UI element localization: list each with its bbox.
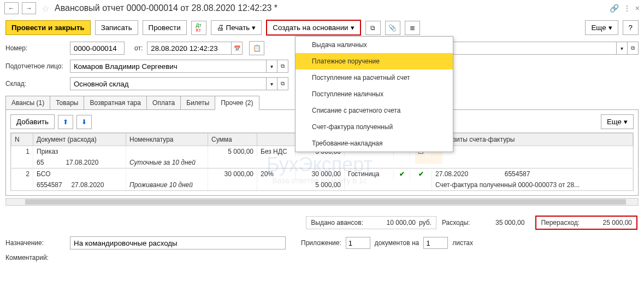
- col-invoice: Реквизиты счета-фактуры: [432, 133, 633, 146]
- tab-tickets[interactable]: Билеты: [180, 96, 215, 110]
- menu-icon[interactable]: ⋮: [623, 4, 631, 13]
- calendar-icon[interactable]: 📅: [232, 42, 243, 55]
- add-row-button[interactable]: Добавить: [10, 114, 55, 129]
- warehouse-input[interactable]: [70, 77, 267, 90]
- warehouse-label: Склад:: [5, 80, 66, 88]
- sheets-input[interactable]: [423, 237, 448, 249]
- favorite-icon[interactable]: ☆: [42, 3, 49, 14]
- dropdown-item-invoice-received[interactable]: Счет-фактура полученный: [296, 119, 453, 135]
- advances-value: 10 000,00: [367, 219, 416, 226]
- list-icon[interactable]: ≣: [405, 21, 420, 35]
- col-doc: Документ (расхода): [33, 133, 126, 146]
- submit-close-button[interactable]: Провести и закрыть: [5, 20, 91, 35]
- date-label: от:: [134, 44, 143, 52]
- purpose-input[interactable]: [70, 236, 286, 249]
- tab-goods[interactable]: Товары: [50, 96, 84, 110]
- number-label: Номер:: [5, 44, 66, 52]
- dropdown-item-cash-out[interactable]: Выдача наличных: [296, 37, 453, 53]
- move-down-icon[interactable]: ⬇: [76, 115, 92, 129]
- help-button[interactable]: ?: [623, 20, 639, 35]
- close-icon[interactable]: ×: [635, 4, 640, 13]
- expenses-value: 35 000,00: [475, 219, 524, 226]
- overspend-label: Перерасход:: [541, 219, 580, 226]
- table-row[interactable]: 2 БСО 30 000,00 20% 30 000,00 Гостиница …: [11, 169, 633, 180]
- org-dropdown-icon[interactable]: ▾: [617, 42, 628, 55]
- print-button[interactable]: 🖨 Печать ▾: [211, 20, 262, 35]
- dropdown-item-bank-out[interactable]: Списание с расчетного счета: [296, 102, 453, 119]
- person-label: Подотчетное лицо:: [5, 62, 66, 70]
- dropdown-item-bank-in[interactable]: Поступление на расчетный счет: [296, 69, 453, 86]
- tab-other[interactable]: Прочее (2): [215, 96, 259, 110]
- number-input[interactable]: [70, 42, 125, 55]
- link-icon[interactable]: 🔗: [610, 4, 619, 13]
- dropdown-item-cash-in[interactable]: Поступление наличных: [296, 86, 453, 102]
- tab-advances[interactable]: Авансы (1): [5, 96, 50, 110]
- attach-icon[interactable]: 📎: [385, 21, 400, 35]
- org-open-icon[interactable]: ⧉: [628, 42, 639, 55]
- submit-button[interactable]: Провести: [143, 20, 187, 35]
- advances-label: Выдано авансов:: [311, 219, 363, 226]
- person-input[interactable]: [70, 60, 267, 73]
- overspend-value: 25 000,00: [583, 219, 632, 226]
- attachment-count-input[interactable]: [346, 237, 370, 249]
- dropdown-item-payment-order[interactable]: Платежное поручение: [296, 53, 453, 69]
- table-row[interactable]: 65 17.08.2020 Суточные за 10 дней: [11, 157, 633, 169]
- purpose-label: Назначение:: [5, 239, 66, 247]
- col-nomen: Номенклатура: [126, 133, 208, 146]
- tab-returnable[interactable]: Возвратная тара: [84, 96, 147, 110]
- date-input[interactable]: [147, 42, 232, 55]
- sheets-label: листах: [452, 239, 473, 247]
- table-row[interactable]: 6554587 27.08.2020 Проживание 10 дней 5 …: [11, 179, 633, 190]
- col-vat: [257, 133, 296, 146]
- col-n: N: [11, 133, 33, 146]
- tab-payment[interactable]: Оплата: [146, 96, 181, 110]
- structure-icon[interactable]: ⧉: [365, 21, 381, 35]
- docs-label: документов на: [375, 239, 420, 247]
- forward-button[interactable]: →: [22, 2, 36, 14]
- person-open-icon[interactable]: ⧉: [277, 60, 288, 73]
- move-up-icon[interactable]: ⬆: [58, 115, 73, 129]
- table-more-button[interactable]: Еще ▾: [601, 114, 634, 129]
- person-dropdown-icon[interactable]: ▾: [267, 60, 277, 73]
- dropdown-item-requisition[interactable]: Требование-накладная: [296, 135, 453, 152]
- horizontal-scrollbar[interactable]: [5, 198, 639, 206]
- warehouse-open-icon[interactable]: ⧉: [277, 77, 288, 90]
- document-title: Авансовый отчет 0000-000014 от 28.08.202…: [55, 3, 606, 13]
- create-based-dropdown: Выдача наличных Платежное поручение Пост…: [295, 36, 453, 152]
- expenses-label: Расходы:: [442, 219, 470, 226]
- more-button[interactable]: Еще ▾: [585, 20, 618, 35]
- dtct-icon[interactable]: ДтКт: [191, 21, 206, 35]
- col-sum: Сумма: [208, 133, 257, 146]
- save-button[interactable]: Записать: [95, 20, 138, 35]
- warehouse-dropdown-icon[interactable]: ▾: [267, 77, 277, 90]
- attachment-label: Приложение:: [301, 239, 341, 247]
- create-based-button[interactable]: Создать на основании ▾: [266, 20, 361, 36]
- date-action-icon[interactable]: 📋: [249, 41, 264, 55]
- back-button[interactable]: ←: [4, 2, 19, 14]
- comment-label: Комментарий:: [5, 254, 66, 262]
